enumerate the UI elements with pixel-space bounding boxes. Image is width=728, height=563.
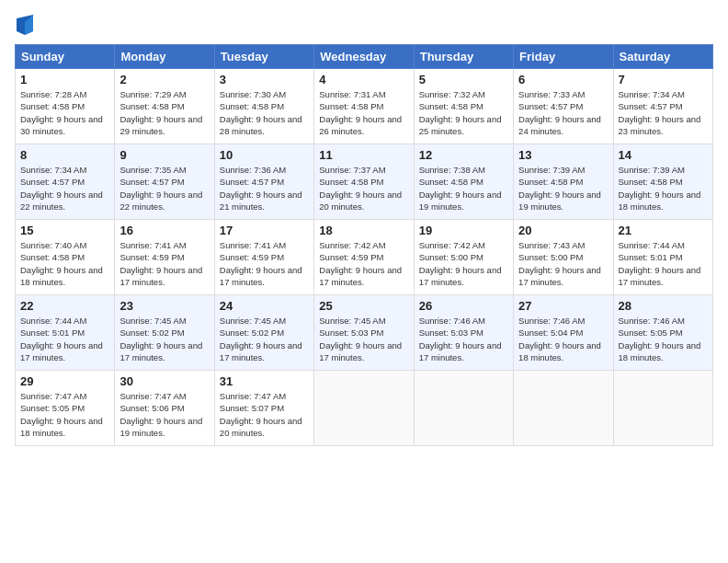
day-number: 21 — [619, 224, 708, 237]
day-number: 14 — [619, 148, 708, 162]
day-info: Sunrise: 7:39 AM Sunset: 4:58 PM Dayligh… — [619, 164, 708, 213]
day-info: Sunrise: 7:43 AM Sunset: 5:00 PM Dayligh… — [518, 239, 608, 288]
day-info: Sunrise: 7:28 AM Sunset: 4:58 PM Dayligh… — [20, 88, 109, 137]
calendar-cell — [514, 371, 613, 446]
day-number: 25 — [319, 299, 408, 313]
day-info: Sunrise: 7:45 AM Sunset: 5:02 PM Dayligh… — [220, 315, 309, 363]
day-info: Sunrise: 7:47 AM Sunset: 5:07 PM Dayligh… — [220, 390, 309, 439]
day-number: 17 — [220, 224, 309, 237]
day-info: Sunrise: 7:34 AM Sunset: 4:57 PM Dayligh… — [20, 164, 109, 213]
day-info: Sunrise: 7:45 AM Sunset: 5:02 PM Dayligh… — [119, 315, 209, 363]
day-info: Sunrise: 7:39 AM Sunset: 4:58 PM Dayligh… — [518, 164, 608, 213]
day-info: Sunrise: 7:33 AM Sunset: 4:57 PM Dayligh… — [518, 88, 608, 137]
day-number: 20 — [518, 224, 608, 237]
calendar-week-row: 8 Sunrise: 7:34 AM Sunset: 4:57 PM Dayli… — [16, 144, 713, 220]
day-info: Sunrise: 7:42 AM Sunset: 5:00 PM Dayligh… — [419, 239, 508, 288]
calendar-cell: 6 Sunrise: 7:33 AM Sunset: 4:57 PM Dayli… — [514, 69, 613, 144]
calendar-cell: 8 Sunrise: 7:34 AM Sunset: 4:57 PM Dayli… — [16, 144, 115, 220]
logo-icon — [17, 15, 33, 35]
calendar-cell: 31 Sunrise: 7:47 AM Sunset: 5:07 PM Dayl… — [214, 371, 313, 446]
calendar-cell: 1 Sunrise: 7:28 AM Sunset: 4:58 PM Dayli… — [16, 69, 115, 144]
day-info: Sunrise: 7:40 AM Sunset: 4:58 PM Dayligh… — [20, 239, 109, 288]
calendar-cell: 5 Sunrise: 7:32 AM Sunset: 4:58 PM Dayli… — [414, 69, 513, 144]
day-info: Sunrise: 7:42 AM Sunset: 4:59 PM Dayligh… — [319, 239, 408, 288]
day-number: 9 — [119, 148, 209, 162]
day-info: Sunrise: 7:30 AM Sunset: 4:58 PM Dayligh… — [220, 88, 309, 137]
calendar-table: SundayMondayTuesdayWednesdayThursdayFrid… — [15, 44, 713, 446]
day-number: 31 — [220, 374, 309, 388]
calendar-cell: 15 Sunrise: 7:40 AM Sunset: 4:58 PM Dayl… — [16, 220, 115, 295]
day-number: 1 — [20, 73, 109, 86]
day-number: 4 — [319, 73, 408, 86]
day-info: Sunrise: 7:45 AM Sunset: 5:03 PM Dayligh… — [319, 315, 408, 363]
calendar-cell: 30 Sunrise: 7:47 AM Sunset: 5:06 PM Dayl… — [115, 371, 214, 446]
calendar-cell — [613, 371, 712, 446]
calendar-cell: 27 Sunrise: 7:46 AM Sunset: 5:04 PM Dayl… — [514, 295, 613, 371]
day-number: 28 — [619, 299, 708, 313]
day-number: 18 — [319, 224, 408, 237]
day-info: Sunrise: 7:41 AM Sunset: 4:59 PM Dayligh… — [220, 239, 309, 288]
calendar-day-header: Sunday — [16, 45, 115, 69]
calendar-week-row: 1 Sunrise: 7:28 AM Sunset: 4:58 PM Dayli… — [16, 69, 713, 144]
day-number: 11 — [319, 148, 408, 162]
day-number: 30 — [119, 374, 209, 388]
day-info: Sunrise: 7:38 AM Sunset: 4:58 PM Dayligh… — [419, 164, 508, 213]
calendar-cell: 11 Sunrise: 7:37 AM Sunset: 4:58 PM Dayl… — [314, 144, 414, 220]
calendar-cell: 10 Sunrise: 7:36 AM Sunset: 4:57 PM Dayl… — [214, 144, 313, 220]
day-info: Sunrise: 7:36 AM Sunset: 4:57 PM Dayligh… — [220, 164, 309, 213]
day-number: 15 — [20, 224, 109, 237]
calendar-cell: 26 Sunrise: 7:46 AM Sunset: 5:03 PM Dayl… — [414, 295, 513, 371]
day-number: 12 — [419, 148, 508, 162]
calendar-cell — [314, 371, 414, 446]
day-number: 16 — [119, 224, 209, 237]
day-info: Sunrise: 7:41 AM Sunset: 4:59 PM Dayligh… — [119, 239, 209, 288]
calendar-day-header: Thursday — [414, 45, 513, 69]
calendar-day-header: Tuesday — [214, 45, 313, 69]
calendar-week-row: 29 Sunrise: 7:47 AM Sunset: 5:05 PM Dayl… — [16, 371, 713, 446]
day-info: Sunrise: 7:37 AM Sunset: 4:58 PM Dayligh… — [319, 164, 408, 213]
calendar-day-header: Saturday — [613, 45, 712, 69]
day-info: Sunrise: 7:46 AM Sunset: 5:03 PM Dayligh… — [419, 315, 508, 363]
day-number: 29 — [20, 374, 109, 388]
day-info: Sunrise: 7:47 AM Sunset: 5:05 PM Dayligh… — [20, 390, 109, 439]
calendar-cell: 24 Sunrise: 7:45 AM Sunset: 5:02 PM Dayl… — [214, 295, 313, 371]
day-info: Sunrise: 7:32 AM Sunset: 4:58 PM Dayligh… — [419, 88, 508, 137]
calendar-cell: 20 Sunrise: 7:43 AM Sunset: 5:00 PM Dayl… — [514, 220, 613, 295]
day-number: 8 — [20, 148, 109, 162]
day-info: Sunrise: 7:31 AM Sunset: 4:58 PM Dayligh… — [319, 88, 408, 137]
logo — [15, 15, 33, 35]
calendar-cell: 2 Sunrise: 7:29 AM Sunset: 4:58 PM Dayli… — [115, 69, 214, 144]
day-number: 26 — [419, 299, 508, 313]
calendar-week-row: 15 Sunrise: 7:40 AM Sunset: 4:58 PM Dayl… — [16, 220, 713, 295]
calendar-cell: 18 Sunrise: 7:42 AM Sunset: 4:59 PM Dayl… — [314, 220, 414, 295]
calendar-cell: 25 Sunrise: 7:45 AM Sunset: 5:03 PM Dayl… — [314, 295, 414, 371]
calendar-cell: 7 Sunrise: 7:34 AM Sunset: 4:57 PM Dayli… — [613, 69, 712, 144]
day-info: Sunrise: 7:35 AM Sunset: 4:57 PM Dayligh… — [119, 164, 209, 213]
calendar-day-header: Monday — [115, 45, 214, 69]
calendar-cell: 4 Sunrise: 7:31 AM Sunset: 4:58 PM Dayli… — [314, 69, 414, 144]
calendar-cell — [414, 371, 513, 446]
calendar-cell: 12 Sunrise: 7:38 AM Sunset: 4:58 PM Dayl… — [414, 144, 513, 220]
logo-text — [15, 15, 33, 35]
calendar-cell: 21 Sunrise: 7:44 AM Sunset: 5:01 PM Dayl… — [613, 220, 712, 295]
calendar-day-header: Wednesday — [314, 45, 414, 69]
day-number: 5 — [419, 73, 508, 86]
day-info: Sunrise: 7:47 AM Sunset: 5:06 PM Dayligh… — [119, 390, 209, 439]
calendar-cell: 22 Sunrise: 7:44 AM Sunset: 5:01 PM Dayl… — [16, 295, 115, 371]
day-info: Sunrise: 7:44 AM Sunset: 5:01 PM Dayligh… — [619, 239, 708, 288]
calendar-day-header: Friday — [514, 45, 613, 69]
day-number: 23 — [119, 299, 209, 313]
calendar-cell: 23 Sunrise: 7:45 AM Sunset: 5:02 PM Dayl… — [115, 295, 214, 371]
day-number: 22 — [20, 299, 109, 313]
day-number: 24 — [220, 299, 309, 313]
calendar-cell: 9 Sunrise: 7:35 AM Sunset: 4:57 PM Dayli… — [115, 144, 214, 220]
day-number: 3 — [220, 73, 309, 86]
header — [15, 15, 713, 35]
calendar-header-row: SundayMondayTuesdayWednesdayThursdayFrid… — [16, 45, 713, 69]
calendar-cell: 17 Sunrise: 7:41 AM Sunset: 4:59 PM Dayl… — [214, 220, 313, 295]
day-number: 13 — [518, 148, 608, 162]
calendar-cell: 29 Sunrise: 7:47 AM Sunset: 5:05 PM Dayl… — [16, 371, 115, 446]
day-info: Sunrise: 7:46 AM Sunset: 5:05 PM Dayligh… — [619, 315, 708, 363]
calendar-week-row: 22 Sunrise: 7:44 AM Sunset: 5:01 PM Dayl… — [16, 295, 713, 371]
day-number: 2 — [119, 73, 209, 86]
